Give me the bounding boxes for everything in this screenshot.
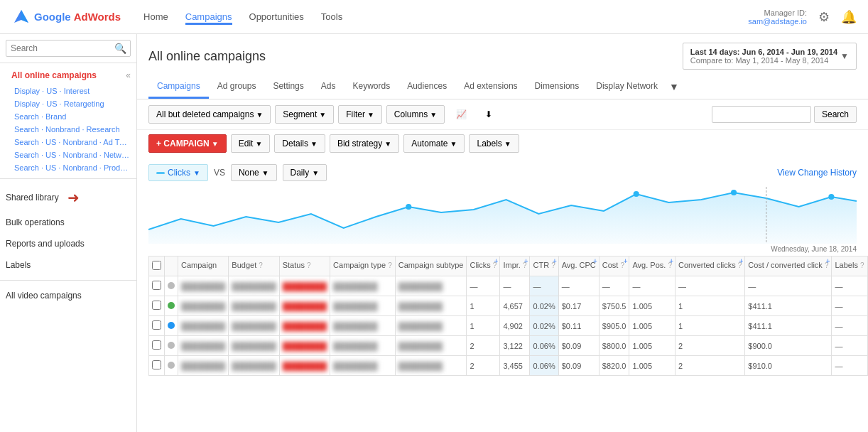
settings-icon[interactable]: ⚙ [818,9,830,25]
svg-marker-1 [21,10,28,23]
sidebar-item-search-us-adtypes[interactable]: Search · US · Nonbrand · Ad Types [0,136,136,148]
row-campaign-name[interactable]: ████████ [178,316,229,336]
th-select-all[interactable] [149,256,165,276]
row-checkbox[interactable] [149,276,165,296]
row-clicks: 2 [467,336,500,356]
labels-q[interactable]: ? [860,261,864,269]
sidebar-item-search-nonbrand-research[interactable]: Search · Nonbrand · Research [0,123,136,136]
status-q[interactable]: ? [307,261,311,269]
campaign-link[interactable]: ████████ [181,282,225,291]
cost-plus-icon[interactable]: + [624,257,628,265]
add-campaign-btn[interactable]: + CAMPAIGN ▼ [148,134,227,153]
row-checkbox[interactable] [149,336,165,356]
sidebar-labels[interactable]: Labels [0,254,136,276]
search-btn[interactable]: Search [814,106,857,123]
sidebar-item-search-us-products[interactable]: Search · US · Nonbrand · Products [0,161,136,174]
details-btn[interactable]: Details ▼ [274,134,325,153]
campaign-link[interactable]: ████████ [181,362,225,370]
bid-strategy-btn[interactable]: Bid strategy ▼ [330,134,399,153]
row-checkbox[interactable] [149,356,165,376]
tab-settings[interactable]: Settings [264,75,312,99]
download-btn[interactable]: ⬇ [478,106,499,123]
tab-dimensions[interactable]: Dimensions [526,75,588,99]
sidebar-item-display-retargeting[interactable]: Display · US · Retargeting [0,97,136,110]
tab-keywords[interactable]: Keywords [344,75,398,99]
row-camp-type: ████████ [330,336,396,356]
tab-ads[interactable]: Ads [313,75,345,99]
convclicks-plus-icon[interactable]: + [739,257,743,265]
row-clicks: 1 [467,316,500,336]
segment-chart-caret: ▼ [312,169,319,177]
chart-view-btn[interactable]: 📈 [449,106,474,123]
date-range-picker[interactable]: Last 14 days: Jun 6, 2014 - Jun 19, 2014… [683,43,857,70]
avgpos-plus-icon[interactable]: + [669,257,673,265]
automate-btn[interactable]: Automate ▼ [403,134,465,153]
row-campaign-name[interactable]: ████████ [178,356,229,376]
tab-adextensions[interactable]: Ad extensions [455,75,526,99]
sidebar-all-video[interactable]: All video campaigns [0,285,136,306]
nav-home[interactable]: Home [143,9,168,25]
view-change-history-link[interactable]: View Change History [777,168,857,178]
impr-plus-icon[interactable]: + [524,257,528,265]
labels-btn[interactable]: Labels ▼ [469,134,519,153]
sidebar-item-search-us-networks[interactable]: Search · US · Nonbrand · Networks [0,148,136,161]
nav-tools[interactable]: Tools [321,9,342,25]
ctr-plus-icon[interactable]: + [553,257,557,265]
segment-btn[interactable]: Segment ▼ [275,105,334,124]
columns-caret: ▼ [430,111,437,119]
camptype-q[interactable]: ? [388,261,392,269]
row-campaign-name[interactable]: ████████ [178,276,229,296]
all-campaigns-link[interactable]: All online campaigns [6,66,102,85]
tab-displaynetwork[interactable]: Display Network [587,75,666,99]
nav-campaigns[interactable]: Campaigns [185,9,232,25]
sidebar-bulk-operations[interactable]: Bulk operations [0,212,136,233]
row-checkbox[interactable] [149,296,165,316]
sidebar-item-search-brand[interactable]: Search · Brand [0,110,136,123]
sidebar-item-display-interest[interactable]: Display · US · Interest [0,85,136,97]
nav-opportunities[interactable]: Opportunities [249,9,304,25]
campaign-link[interactable]: ████████ [181,302,225,310]
date-range-compare: Compare to: May 1, 2014 - May 8, 2014 [690,56,837,65]
row-campaign-name[interactable]: ████████ [178,296,229,316]
notifications-icon[interactable]: 🔔 [841,9,857,25]
clicks-plus-icon[interactable]: + [494,257,499,265]
costconv-plus-icon[interactable]: + [826,257,830,265]
row-status: ████████ [279,336,330,356]
columns-btn[interactable]: Columns ▼ [386,105,445,124]
avgcpc-plus-icon[interactable]: + [593,257,597,265]
sidebar-shared-library[interactable]: Shared library ➜ [0,183,136,212]
select-all-checkbox[interactable] [152,261,161,270]
campaign-link[interactable]: ████████ [181,342,225,350]
tab-audiences[interactable]: Audiences [398,75,455,99]
tab-campaigns[interactable]: Campaigns [148,75,209,99]
row-status: ████████ [279,316,330,336]
row-cost: $820.0 [599,356,629,376]
row-avgcpc: $0.09 [558,336,599,356]
chart-metric1-btn[interactable]: Clicks ▼ [148,164,208,181]
search-input[interactable] [6,40,131,57]
arrow-right-icon: ➜ [67,189,80,206]
edit-btn[interactable]: Edit ▼ [231,134,271,153]
row-cost: — [599,276,629,296]
budget-q[interactable]: ? [259,261,263,269]
row-campaign-name[interactable]: ████████ [178,336,229,356]
row-costconv: $411.1 [745,296,832,316]
chart-segment-btn[interactable]: Daily ▼ [283,164,327,181]
sidebar-collapse-btn[interactable]: « [126,70,131,80]
chart-metric2-btn[interactable]: None ▼ [231,164,277,181]
tab-more-icon[interactable]: ▼ [666,75,682,99]
sidebar-reports-uploads[interactable]: Reports and uploads [0,233,136,254]
row-status-dot [165,336,178,356]
row-avgpos: 1.005 [629,316,676,336]
campaign-link[interactable]: ████████ [181,322,225,330]
row-checkbox[interactable] [149,316,165,336]
filter-btn[interactable]: Filter ▼ [338,105,382,124]
tab-adgroups[interactable]: Ad groups [209,75,265,99]
sidebar-bulk-label: Bulk operations [6,217,65,227]
row-impr: 4,657 [500,296,530,316]
row-labels: — [832,336,867,356]
row-cost: $800.0 [599,336,629,356]
all-but-deleted-btn[interactable]: All but deleted campaigns ▼ [148,105,271,124]
row-costconv: $411.1 [745,316,832,336]
table-search-input[interactable] [712,106,811,123]
